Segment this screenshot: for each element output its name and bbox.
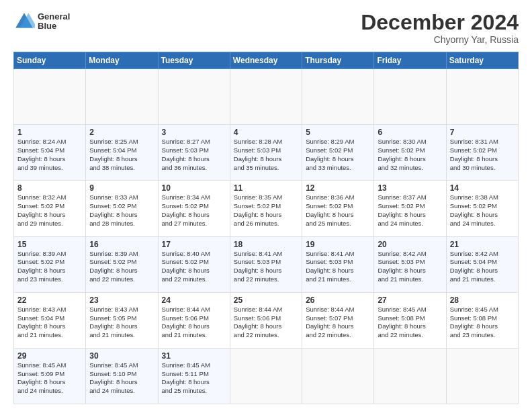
day-info: Sunset: 5:02 PM	[450, 202, 515, 211]
day-info: Sunset: 5:08 PM	[378, 314, 442, 323]
day-info: Daylight: 8 hours	[450, 211, 515, 220]
calendar-cell	[302, 69, 374, 125]
day-number: 3	[162, 128, 226, 137]
day-info: Sunrise: 8:45 AM	[378, 306, 442, 314]
day-info: Sunset: 5:02 PM	[450, 146, 515, 155]
calendar-cell: 21Sunrise: 8:42 AMSunset: 5:04 PMDayligh…	[446, 236, 518, 292]
day-info: Sunrise: 8:30 AM	[378, 138, 442, 146]
day-number: 12	[306, 183, 370, 193]
day-info: and 35 minutes.	[234, 164, 298, 173]
day-number: 4	[234, 128, 298, 137]
day-info: Sunrise: 8:25 AM	[89, 138, 154, 146]
calendar-week-row: 15Sunrise: 8:39 AMSunset: 5:02 PMDayligh…	[14, 236, 519, 292]
calendar-cell: 22Sunrise: 8:43 AMSunset: 5:04 PMDayligh…	[14, 292, 86, 348]
day-info: and 23 minutes.	[450, 331, 515, 340]
calendar-cell: 18Sunrise: 8:41 AMSunset: 5:03 PMDayligh…	[230, 236, 302, 292]
day-info: Sunrise: 8:45 AM	[162, 361, 226, 370]
day-info: and 22 minutes.	[162, 275, 226, 284]
day-info: Sunset: 5:11 PM	[162, 370, 226, 379]
day-info: Daylight: 8 hours	[450, 155, 515, 164]
day-info: Sunset: 5:09 PM	[17, 370, 82, 379]
day-info: and 22 minutes.	[378, 331, 442, 340]
day-info: Daylight: 8 hours	[17, 322, 82, 331]
weekday-header: Wednesday	[230, 52, 302, 69]
day-number: 20	[378, 240, 442, 249]
weekday-header: Sunday	[14, 52, 86, 69]
day-info: and 30 minutes.	[450, 164, 515, 173]
day-number: 23	[89, 295, 154, 305]
day-number: 19	[306, 240, 370, 249]
day-info: and 39 minutes.	[17, 164, 82, 173]
day-info: and 27 minutes.	[162, 220, 226, 228]
day-info: Daylight: 8 hours	[89, 378, 154, 387]
day-number: 31	[162, 351, 226, 361]
calendar-cell: 26Sunrise: 8:44 AMSunset: 5:07 PMDayligh…	[302, 292, 374, 348]
calendar-cell: 30Sunrise: 8:45 AMSunset: 5:10 PMDayligh…	[86, 348, 158, 404]
day-number: 1	[17, 128, 82, 137]
day-info: Sunrise: 8:41 AM	[306, 250, 370, 259]
day-info: Sunrise: 8:33 AM	[89, 193, 154, 202]
calendar-cell	[230, 69, 302, 125]
logo-text: General Blue	[38, 12, 70, 32]
day-info: Sunset: 5:04 PM	[17, 314, 82, 323]
day-number: 26	[306, 295, 370, 305]
day-number: 28	[450, 295, 515, 305]
calendar-week-row: 8Sunrise: 8:32 AMSunset: 5:02 PMDaylight…	[14, 181, 519, 236]
day-info: Daylight: 8 hours	[89, 267, 154, 275]
day-info: and 22 minutes.	[234, 331, 298, 340]
day-info: and 36 minutes.	[162, 164, 226, 173]
day-number: 9	[89, 183, 154, 193]
day-info: Sunrise: 8:35 AM	[234, 193, 298, 202]
day-info: Sunset: 5:04 PM	[450, 258, 515, 267]
day-info: Daylight: 8 hours	[306, 267, 370, 275]
day-info: Sunrise: 8:45 AM	[450, 306, 515, 314]
calendar-cell: 29Sunrise: 8:45 AMSunset: 5:09 PMDayligh…	[14, 348, 86, 404]
calendar-cell: 24Sunrise: 8:44 AMSunset: 5:06 PMDayligh…	[158, 292, 230, 348]
day-number: 16	[89, 240, 154, 249]
day-info: Daylight: 8 hours	[234, 211, 298, 220]
day-number: 17	[162, 240, 226, 249]
day-info: and 24 minutes.	[17, 387, 82, 396]
calendar-cell	[158, 69, 230, 125]
day-number: 10	[162, 183, 226, 193]
calendar-cell: 28Sunrise: 8:45 AMSunset: 5:08 PMDayligh…	[446, 292, 518, 348]
day-info: Sunset: 5:06 PM	[234, 314, 298, 323]
day-number: 27	[378, 295, 442, 305]
day-info: Sunrise: 8:44 AM	[162, 306, 226, 314]
weekday-header: Monday	[86, 52, 158, 69]
calendar-cell: 3Sunrise: 8:27 AMSunset: 5:03 PMDaylight…	[158, 125, 230, 181]
day-info: and 21 minutes.	[89, 331, 154, 340]
logo: General Blue	[13, 11, 70, 32]
day-number: 18	[234, 240, 298, 249]
day-number: 13	[378, 183, 442, 193]
calendar-cell: 10Sunrise: 8:34 AMSunset: 5:02 PMDayligh…	[158, 181, 230, 236]
day-info: and 32 minutes.	[378, 164, 442, 173]
day-info: and 22 minutes.	[89, 275, 154, 284]
day-info: Sunset: 5:10 PM	[89, 370, 154, 379]
calendar-cell	[86, 69, 158, 125]
calendar-cell: 25Sunrise: 8:44 AMSunset: 5:06 PMDayligh…	[230, 292, 302, 348]
day-info: Sunrise: 8:45 AM	[17, 361, 82, 370]
day-info: Daylight: 8 hours	[162, 322, 226, 331]
day-info: Daylight: 8 hours	[162, 155, 226, 164]
day-info: Sunset: 5:02 PM	[306, 146, 370, 155]
day-info: Sunset: 5:02 PM	[89, 202, 154, 211]
day-info: Daylight: 8 hours	[306, 322, 370, 331]
day-number: 8	[17, 183, 82, 193]
day-info: and 21 minutes.	[450, 275, 515, 284]
day-info: Sunset: 5:03 PM	[162, 146, 226, 155]
calendar-cell: 23Sunrise: 8:43 AMSunset: 5:05 PMDayligh…	[86, 292, 158, 348]
day-info: Sunset: 5:05 PM	[89, 314, 154, 323]
day-info: Sunrise: 8:39 AM	[89, 250, 154, 259]
day-info: Daylight: 8 hours	[17, 211, 82, 220]
day-number: 14	[450, 183, 515, 193]
day-info: and 21 minutes.	[17, 331, 82, 340]
day-info: Sunrise: 8:34 AM	[162, 193, 226, 202]
calendar-cell: 2Sunrise: 8:25 AMSunset: 5:04 PMDaylight…	[86, 125, 158, 181]
calendar-cell: 14Sunrise: 8:38 AMSunset: 5:02 PMDayligh…	[446, 181, 518, 236]
calendar-cell: 9Sunrise: 8:33 AMSunset: 5:02 PMDaylight…	[86, 181, 158, 236]
day-info: and 28 minutes.	[89, 220, 154, 228]
calendar-cell: 5Sunrise: 8:29 AMSunset: 5:02 PMDaylight…	[302, 125, 374, 181]
weekday-header: Friday	[374, 52, 446, 69]
calendar-cell: 17Sunrise: 8:40 AMSunset: 5:02 PMDayligh…	[158, 236, 230, 292]
